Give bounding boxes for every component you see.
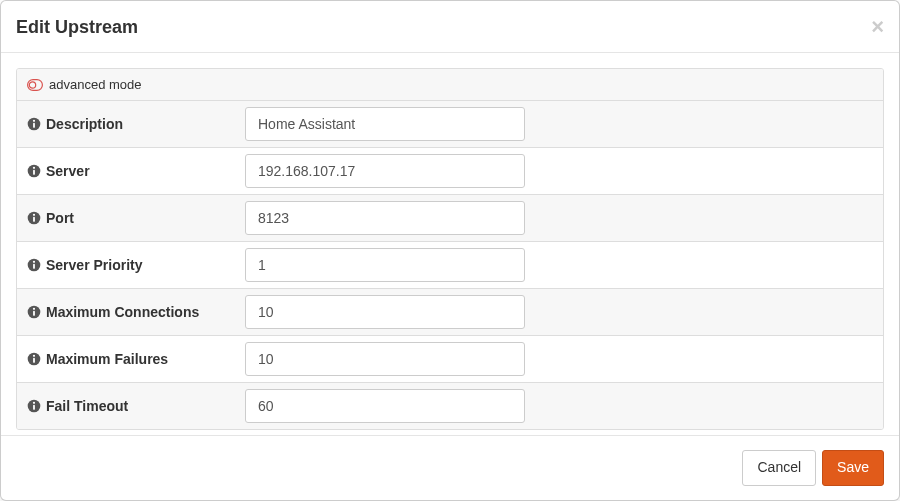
advanced-mode-label: advanced mode	[49, 77, 142, 92]
max-connections-input[interactable]	[245, 295, 525, 329]
label-max-connections: Maximum Connections	[27, 304, 245, 320]
close-icon: ×	[871, 14, 884, 39]
advanced-mode-toggle[interactable]: advanced mode	[17, 69, 883, 101]
fail-timeout-input[interactable]	[245, 389, 525, 423]
svg-point-7	[33, 167, 35, 169]
info-icon[interactable]	[27, 352, 41, 366]
port-input[interactable]	[245, 201, 525, 235]
row-max-failures: Maximum Failures	[17, 335, 883, 382]
label-text: Server Priority	[46, 257, 143, 273]
modal-footer: Cancel Save	[1, 435, 899, 500]
svg-point-1	[29, 81, 35, 87]
label-server: Server	[27, 163, 245, 179]
svg-point-16	[33, 308, 35, 310]
form-section: advanced mode Description	[16, 68, 884, 430]
svg-point-13	[33, 261, 35, 263]
svg-rect-15	[33, 311, 35, 316]
server-input[interactable]	[245, 154, 525, 188]
modal-header: Edit Upstream ×	[1, 1, 899, 53]
cancel-button[interactable]: Cancel	[742, 450, 816, 486]
row-server: Server	[17, 147, 883, 194]
row-max-connections: Maximum Connections	[17, 288, 883, 335]
label-text: Maximum Failures	[46, 351, 168, 367]
svg-rect-9	[33, 217, 35, 222]
label-description: Description	[27, 116, 245, 132]
close-button[interactable]: ×	[871, 16, 884, 38]
label-text: Maximum Connections	[46, 304, 199, 320]
label-fail-timeout: Fail Timeout	[27, 398, 245, 414]
server-priority-input[interactable]	[245, 248, 525, 282]
svg-rect-21	[33, 405, 35, 410]
label-text: Fail Timeout	[46, 398, 128, 414]
label-server-priority: Server Priority	[27, 257, 245, 273]
modal-body: advanced mode Description	[1, 53, 899, 435]
svg-rect-6	[33, 170, 35, 175]
save-button[interactable]: Save	[822, 450, 884, 486]
svg-point-10	[33, 214, 35, 216]
max-failures-input[interactable]	[245, 342, 525, 376]
label-text: Port	[46, 210, 74, 226]
edit-upstream-modal: Edit Upstream × advanced mode	[0, 0, 900, 501]
row-server-priority: Server Priority	[17, 241, 883, 288]
info-icon[interactable]	[27, 164, 41, 178]
description-input[interactable]	[245, 107, 525, 141]
modal-title: Edit Upstream	[16, 17, 138, 38]
row-description: Description	[17, 101, 883, 147]
svg-point-19	[33, 355, 35, 357]
svg-point-4	[33, 120, 35, 122]
toggle-off-icon	[27, 79, 43, 91]
info-icon[interactable]	[27, 305, 41, 319]
row-fail-timeout: Fail Timeout	[17, 382, 883, 429]
svg-rect-18	[33, 358, 35, 363]
label-port: Port	[27, 210, 245, 226]
label-text: Server	[46, 163, 90, 179]
svg-rect-12	[33, 264, 35, 269]
row-port: Port	[17, 194, 883, 241]
info-icon[interactable]	[27, 258, 41, 272]
info-icon[interactable]	[27, 399, 41, 413]
svg-point-22	[33, 402, 35, 404]
label-max-failures: Maximum Failures	[27, 351, 245, 367]
svg-rect-3	[33, 123, 35, 128]
label-text: Description	[46, 116, 123, 132]
info-icon[interactable]	[27, 211, 41, 225]
info-icon[interactable]	[27, 117, 41, 131]
